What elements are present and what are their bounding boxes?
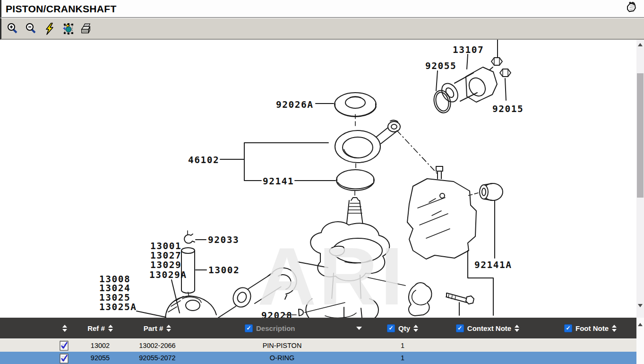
row-select-icon[interactable] xyxy=(0,353,76,364)
description-cell: PIN-PISTON xyxy=(190,342,374,349)
qty-cell: 1 xyxy=(374,342,431,349)
foot-note-checkbox[interactable] xyxy=(564,324,572,332)
diagram-scrollbar[interactable] xyxy=(636,40,644,318)
part-label[interactable]: 92015 xyxy=(492,104,524,114)
table-scroll-up-icon[interactable] xyxy=(636,321,644,328)
dropdown-icon[interactable] xyxy=(356,327,362,330)
part-label[interactable]: 13002 xyxy=(208,265,240,276)
toolbar xyxy=(0,18,644,40)
part-label[interactable]: 13025A xyxy=(99,302,137,312)
ref-cell: 13002 xyxy=(76,342,125,349)
qty-checkbox[interactable] xyxy=(387,324,395,332)
table-scrollbar[interactable] xyxy=(636,318,644,364)
sort-icon[interactable] xyxy=(166,325,171,332)
scrollbar-thumb[interactable] xyxy=(637,73,644,198)
page-title: PISTON/CRANKSHAFT xyxy=(1,0,644,15)
sort-icon[interactable] xyxy=(515,325,519,332)
part-label[interactable]: 13029A xyxy=(149,269,187,280)
column-header-description[interactable]: Description xyxy=(190,324,374,332)
print-icon[interactable] xyxy=(80,22,93,35)
part-label[interactable]: 13107 xyxy=(453,44,484,55)
title-bar: PISTON/CRANKSHAFT xyxy=(0,0,644,18)
lightning-hotspot-icon[interactable] xyxy=(43,22,56,35)
diagram-viewport[interactable]: ARI 13107 92055 92015 92026A 46102 92141… xyxy=(0,40,636,318)
part-cell: 13002-2066 xyxy=(125,342,190,349)
column-header-qty[interactable]: Qty xyxy=(374,324,431,332)
column-header-part[interactable]: Part # xyxy=(125,324,190,332)
part-label[interactable]: 92026A xyxy=(276,99,313,110)
qty-cell: 1 xyxy=(374,354,431,362)
scroll-up-icon[interactable] xyxy=(636,41,644,48)
part-label[interactable]: 92141A xyxy=(474,260,512,270)
zoom-out-icon[interactable] xyxy=(25,22,37,35)
sort-icon[interactable] xyxy=(612,325,617,332)
table-row-selected[interactable]: 92055 92055-2072 O-RING 1 xyxy=(0,352,636,364)
part-label[interactable]: 46102 xyxy=(188,155,219,165)
hand-icon[interactable] xyxy=(624,1,637,16)
part-label[interactable]: 92055 xyxy=(425,61,456,71)
row-select-icon[interactable] xyxy=(0,340,76,351)
sort-icon[interactable] xyxy=(62,325,67,332)
parts-catalog-window: PISTON/CRANKSHAFT xyxy=(0,0,644,364)
sort-icon[interactable] xyxy=(108,325,113,332)
scroll-down-icon[interactable] xyxy=(636,302,644,309)
description-cell: O-RING xyxy=(190,354,374,362)
description-checkbox[interactable] xyxy=(245,324,253,332)
column-header-context-note[interactable]: Context Note xyxy=(431,324,544,332)
column-header-select[interactable] xyxy=(0,325,76,332)
column-header-ref[interactable]: Ref # xyxy=(76,324,125,332)
part-label[interactable]: 92033 xyxy=(208,234,239,245)
part-label[interactable]: 92028 xyxy=(261,310,292,318)
parts-table-header: Ref # Part # Description Qty Context Not… xyxy=(0,318,636,338)
exploded-parts-diagram: ARI 13107 92055 92015 92026A 46102 92141… xyxy=(0,40,636,318)
ref-cell: 92055 xyxy=(76,354,125,362)
part-label[interactable]: 13029 xyxy=(150,260,181,270)
context-note-checkbox[interactable] xyxy=(456,324,464,332)
sort-icon[interactable] xyxy=(413,325,418,332)
watermark: ARI xyxy=(258,231,406,318)
zoom-in-icon[interactable] xyxy=(6,22,19,35)
part-cell: 92055-2072 xyxy=(125,354,190,362)
table-row[interactable]: 13002 13002-2066 PIN-PISTON 1 xyxy=(0,338,636,352)
select-object-icon[interactable] xyxy=(61,22,74,35)
column-header-foot-note[interactable]: Foot Note xyxy=(544,324,636,332)
part-label[interactable]: 92141 xyxy=(263,176,294,187)
